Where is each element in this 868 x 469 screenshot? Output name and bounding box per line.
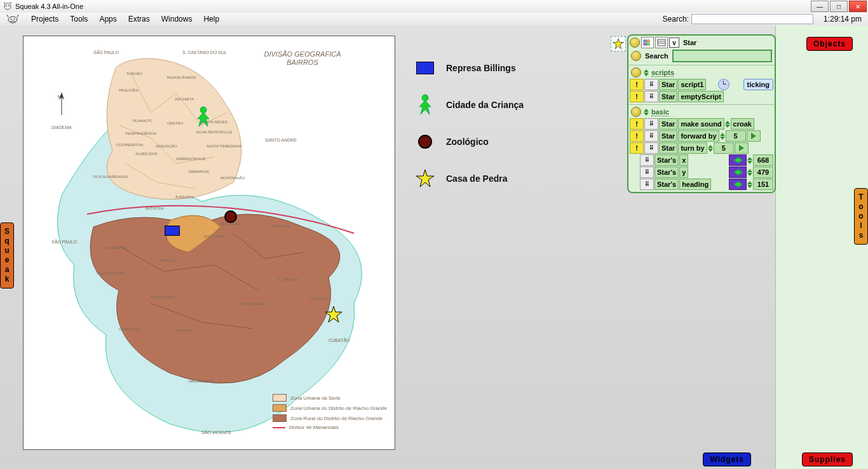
tile-menu-button[interactable]: ⠿ [644, 130, 658, 142]
tile-arg[interactable]: 5 [726, 130, 746, 142]
tile-menu-button[interactable]: ⠿ [644, 91, 658, 102]
arg-spinner[interactable] [720, 133, 725, 140]
map-label: S. CAETANO DO SUL [182, 50, 227, 55]
flap-widgets[interactable]: Widgets [703, 452, 751, 466]
viewer-target-thumbnail[interactable] [611, 36, 626, 51]
command-row[interactable]: ! ⠿ Star turn by 5 [630, 142, 773, 154]
tile-arg[interactable]: 5 [714, 142, 734, 154]
tile-script-name[interactable]: script1 [678, 79, 706, 90]
map-marker-crianca[interactable] [195, 106, 212, 130]
window-minimize-button[interactable]: — [811, 1, 829, 12]
category-menu-button[interactable] [631, 107, 641, 117]
menu-help[interactable]: Help [198, 15, 225, 24]
tile-command[interactable]: make sound [678, 118, 724, 130]
map-marker-pedra[interactable] [325, 306, 342, 326]
tile-object[interactable]: Star's [654, 154, 679, 166]
tile-property[interactable]: x [679, 154, 688, 166]
tile-menu-button[interactable]: ⠿ [644, 79, 658, 90]
tile-value[interactable]: 151 [753, 179, 773, 190]
tile-object[interactable]: Star [659, 91, 677, 102]
map-marker-billings[interactable] [165, 226, 180, 236]
tile-menu-button[interactable]: ⠿ [640, 179, 654, 190]
map-label: TATETOS [159, 259, 177, 262]
tile-arg[interactable]: croak [731, 118, 754, 130]
flap-squeak[interactable]: Squeak [0, 222, 14, 289]
etoys-viewer: v Star Search scripts ! ⠿ Star script1 [627, 34, 776, 193]
tile-property[interactable]: heading [679, 179, 711, 190]
tile-menu-button[interactable]: ⠿ [640, 167, 654, 178]
viewer-object-name[interactable]: Star [681, 39, 699, 46]
menu-tools[interactable]: Tools [64, 15, 93, 24]
svg-marker-12 [613, 39, 624, 49]
assign-button[interactable] [729, 154, 747, 166]
script-row[interactable]: ! ⠿ Star script1 ticking [630, 79, 773, 90]
tile-value[interactable]: 668 [753, 154, 773, 166]
map-marker-zoo[interactable] [224, 210, 237, 223]
property-row[interactable]: ⠿ Star's heading 151 [630, 179, 773, 190]
category-menu-button[interactable] [631, 67, 641, 78]
tile-object[interactable]: Star [659, 118, 677, 130]
extend-button[interactable] [735, 142, 749, 154]
window-maximize-button[interactable]: □ [830, 1, 848, 12]
tile-object[interactable]: Star [659, 130, 677, 142]
command-row[interactable]: ! ⠿ Star forward by 5 [630, 130, 773, 142]
tile-object[interactable]: Star's [654, 167, 679, 178]
category-spinner[interactable] [644, 69, 649, 76]
flap-objects[interactable]: Objects [806, 37, 853, 51]
viewer-tool-icon[interactable] [641, 37, 654, 48]
tile-menu-button[interactable]: ⠿ [644, 118, 658, 130]
script-status[interactable]: ticking [743, 79, 773, 90]
run-button[interactable]: ! [630, 142, 644, 154]
menubar-search-input[interactable] [691, 14, 813, 24]
value-spinner[interactable] [747, 179, 752, 190]
svg-point-1 [6, 5, 7, 6]
tile-object[interactable]: Star [659, 79, 677, 90]
menu-apps[interactable]: Apps [93, 15, 122, 24]
run-button[interactable]: ! [630, 130, 644, 142]
assign-button[interactable] [729, 167, 747, 178]
property-row[interactable]: ⠿ Star's y 479 [630, 167, 773, 178]
category-label-basic[interactable]: basic [651, 108, 669, 116]
value-spinner[interactable] [747, 167, 752, 178]
tile-object[interactable]: Star's [654, 179, 679, 190]
tile-menu-button[interactable]: ⠿ [640, 154, 654, 166]
arg-spinner[interactable] [708, 145, 713, 152]
arg-spinner[interactable] [725, 121, 730, 128]
tile-script-name[interactable]: emptyScript [678, 91, 724, 102]
viewer-tile-icon[interactable] [655, 37, 668, 48]
map-label: INDEPENDÊNCIA [125, 132, 156, 135]
svg-point-5 [14, 18, 15, 20]
window-close-button[interactable]: ✕ [849, 1, 867, 12]
menu-extras[interactable]: Extras [123, 15, 156, 24]
clock-icon[interactable] [718, 79, 729, 90]
flap-supplies[interactable]: Supplies [802, 452, 853, 466]
command-row[interactable]: ! ⠿ Star make sound croak [630, 118, 773, 130]
category-label-scripts[interactable]: scripts [651, 69, 674, 77]
tile-property[interactable]: y [679, 167, 688, 178]
tile-value[interactable]: 479 [753, 167, 773, 178]
category-spinner[interactable] [644, 109, 649, 116]
squeak-logo-icon[interactable] [4, 13, 22, 25]
tile-command[interactable]: turn by [678, 142, 707, 154]
menu-windows[interactable]: Windows [156, 15, 198, 24]
map-label: TABOÃO [126, 72, 142, 76]
map-label: IMIGRANTES [189, 379, 212, 383]
assign-button[interactable] [729, 179, 747, 190]
tile-object[interactable]: Star [659, 142, 677, 154]
flap-tools[interactable]: Tools [854, 188, 868, 245]
tile-command[interactable]: forward by [678, 130, 719, 142]
viewer-search-menu-button[interactable] [631, 51, 641, 61]
script-row[interactable]: ! ⠿ Star emptyScript [630, 91, 773, 102]
menu-projects[interactable]: Projects [25, 15, 64, 24]
world[interactable]: Squeak Tools Objects Widgets Supplies DI… [0, 25, 868, 469]
run-button[interactable]: ! [630, 79, 644, 90]
viewer-menu-button[interactable] [630, 37, 640, 48]
run-button[interactable]: ! [630, 91, 644, 102]
tile-menu-button[interactable]: ⠿ [644, 142, 658, 154]
extend-button[interactable] [747, 130, 761, 142]
viewer-search-input[interactable] [672, 50, 772, 62]
property-row[interactable]: ⠿ Star's x 668 [630, 154, 773, 166]
viewer-collapse-button[interactable]: v [669, 37, 679, 48]
value-spinner[interactable] [747, 154, 752, 166]
run-button[interactable]: ! [630, 118, 644, 130]
